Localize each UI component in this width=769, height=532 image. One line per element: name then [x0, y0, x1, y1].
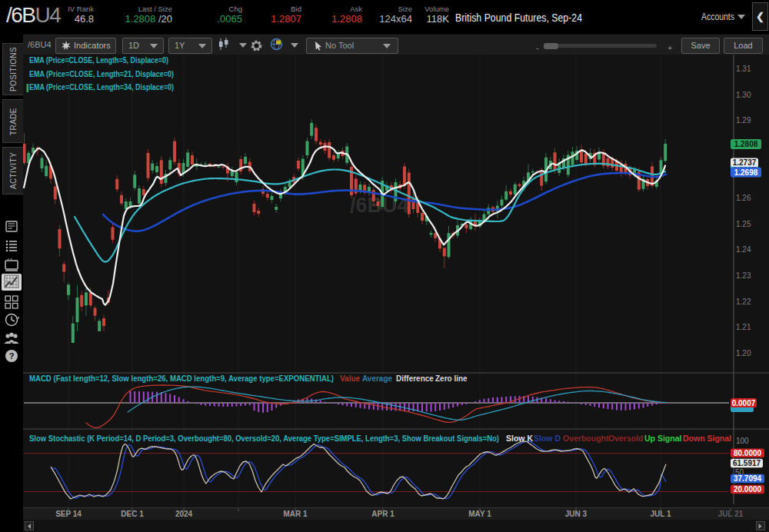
svg-text:Up Signal: Up Signal [644, 434, 682, 443]
svg-text:Slow K: Slow K [506, 434, 533, 443]
svg-text:37.7094: 37.7094 [734, 474, 762, 483]
svg-text:1.24: 1.24 [736, 245, 751, 254]
svg-text:1.2737: 1.2737 [733, 158, 757, 167]
svg-text:1.26: 1.26 [736, 194, 751, 202]
svg-text:1.25: 1.25 [736, 220, 751, 228]
svg-text:Oversold: Oversold [608, 434, 644, 443]
svg-text:Slow Stochastic (K Period=14,: Slow Stochastic (K Period=14, D Period=3… [29, 434, 499, 443]
svg-text:Overbought: Overbought [563, 434, 609, 443]
svg-text:EMA (Price=CLOSE, Length=5, Di: EMA (Price=CLOSE, Length=5, Displace=0) [29, 56, 168, 65]
svg-text:?: ? [9, 351, 15, 361]
svg-text:80.0000: 80.0000 [734, 449, 762, 457]
svg-text:Accounts: Accounts [701, 12, 734, 22]
svg-text:0.0007: 0.0007 [732, 399, 756, 407]
svg-text:Slow D: Slow D [534, 434, 561, 443]
svg-text:1.21: 1.21 [736, 323, 751, 331]
svg-text:Value: Value [340, 374, 361, 383]
svg-text:100: 100 [736, 437, 749, 445]
svg-text:1.2698: 1.2698 [734, 168, 758, 177]
svg-text:EMA (Price=CLOSE, Length=34, D: EMA (Price=CLOSE, Length=34, Displace=0) [29, 83, 174, 91]
svg-text:Down Signal: Down Signal [683, 434, 731, 443]
svg-text:1.31: 1.31 [736, 65, 751, 73]
svg-text:1.29: 1.29 [736, 116, 751, 125]
svg-text:1.23: 1.23 [736, 271, 751, 280]
svg-text:Zero line: Zero line [435, 374, 468, 383]
svg-text:MACD (Fast length=12, Slow len: MACD (Fast length=12, Slow length=26, MA… [29, 374, 334, 383]
svg-text:1.30: 1.30 [736, 91, 751, 99]
svg-text:1.20: 1.20 [736, 349, 751, 357]
svg-text:Difference: Difference [396, 374, 434, 383]
svg-text:20.0000: 20.0000 [734, 485, 762, 494]
svg-text:EMA (Price=CLOSE, Length=21, D: EMA (Price=CLOSE, Length=21, Displace=0) [29, 70, 174, 78]
svg-text:61.5917: 61.5917 [733, 459, 761, 467]
svg-text:Average: Average [362, 374, 393, 383]
svg-text:British Pound Futures, Sep-24: British Pound Futures, Sep-24 [455, 12, 582, 24]
svg-text:1.2808: 1.2808 [734, 140, 758, 148]
svg-text:1.22: 1.22 [736, 298, 751, 306]
